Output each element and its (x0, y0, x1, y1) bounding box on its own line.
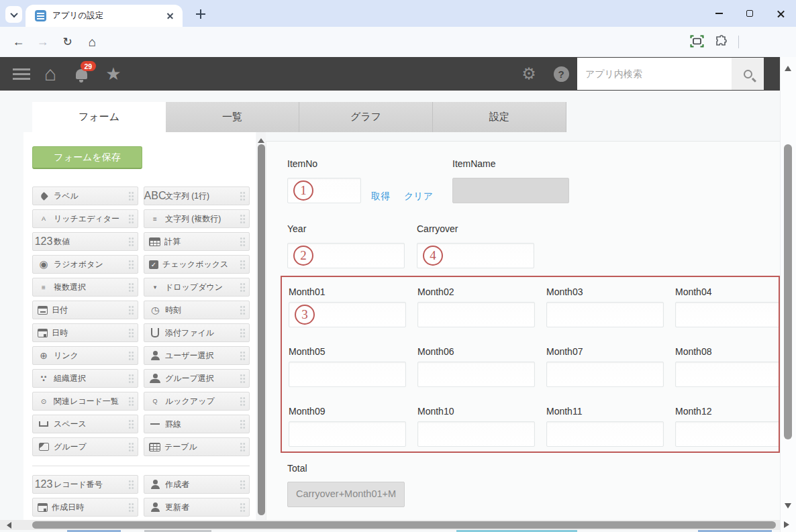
field-button-time[interactable]: 時刻 (144, 301, 250, 319)
field-button-group-select[interactable]: グループ選択 (144, 369, 250, 388)
field-button-created-datetime[interactable]: 作成日時 (32, 498, 138, 517)
drag-handle-icon[interactable] (128, 374, 134, 383)
hamburger-menu-button[interactable] (8, 57, 35, 91)
drag-handle-icon[interactable] (128, 442, 134, 451)
drag-handle-icon[interactable] (240, 396, 246, 406)
drag-handle-icon[interactable] (240, 237, 246, 246)
scroll-right-arrow-icon[interactable] (784, 521, 793, 528)
field-button-text-multi[interactable]: 文字列 (複数行) (144, 209, 250, 228)
settings-gear-button[interactable] (518, 57, 540, 91)
field-button-org-select[interactable]: 組織選択 (32, 369, 138, 388)
field-button-table[interactable]: テーブル (144, 437, 250, 456)
field-button-number[interactable]: 数値 (32, 232, 138, 251)
month-field-input[interactable] (289, 421, 406, 447)
new-tab-button[interactable] (193, 7, 208, 21)
field-button-space[interactable]: スペース (32, 415, 138, 433)
favorites-star-button[interactable] (102, 57, 125, 91)
field-button-user-select[interactable]: ユーザー選択 (144, 346, 250, 365)
drag-handle-icon[interactable] (128, 351, 134, 360)
drag-handle-icon[interactable] (240, 305, 246, 315)
field-button-group[interactable]: グループ (32, 437, 138, 456)
month-field-input[interactable]: 3 (289, 302, 406, 327)
total-field-input[interactable]: Carryover+Month01+M (287, 482, 405, 507)
scroll-up-arrow-icon[interactable] (258, 135, 264, 143)
carryover-field-input[interactable]: 4 (417, 243, 534, 268)
drag-handle-icon[interactable] (128, 305, 134, 315)
field-button-updater[interactable]: 更新者 (144, 498, 250, 517)
drag-handle-icon[interactable] (128, 480, 134, 489)
drag-handle-icon[interactable] (128, 419, 134, 429)
drag-handle-icon[interactable] (240, 328, 246, 337)
year-field-input[interactable]: 2 (287, 243, 405, 268)
notifications-button[interactable]: 29 (70, 57, 93, 91)
tab-search-button[interactable] (5, 6, 22, 23)
window-close-button[interactable] (765, 0, 796, 27)
back-button[interactable] (9, 33, 28, 51)
clear-link[interactable]: クリア (404, 191, 433, 203)
window-minimize-button[interactable] (703, 0, 734, 27)
field-button-date[interactable]: 日付 (32, 301, 138, 319)
month-field-input[interactable] (546, 362, 664, 387)
drag-handle-icon[interactable] (128, 328, 134, 337)
get-link[interactable]: 取得 (371, 191, 390, 203)
portal-home-button[interactable] (39, 57, 62, 91)
month-field-input[interactable] (417, 421, 535, 447)
drag-handle-icon[interactable] (240, 480, 246, 489)
field-button-attachment[interactable]: 添付ファイル (144, 323, 250, 342)
drag-handle-icon[interactable] (240, 260, 246, 269)
tab-close-icon[interactable] (164, 10, 176, 21)
month-field-input[interactable] (417, 302, 535, 327)
month-field-input[interactable] (289, 362, 406, 387)
itemname-field-input[interactable] (452, 178, 569, 203)
field-button-datetime[interactable]: 日時 (32, 323, 138, 342)
tab-form[interactable]: フォーム (32, 102, 166, 132)
drag-handle-icon[interactable] (240, 419, 246, 429)
page-scroll-up-icon[interactable] (785, 62, 791, 71)
in-app-search-input[interactable] (577, 58, 732, 90)
page-scroll-down-icon[interactable] (785, 503, 791, 512)
month-field-input[interactable] (675, 362, 780, 387)
drag-handle-icon[interactable] (128, 260, 134, 269)
field-button-checkbox[interactable]: チェックボックス (144, 255, 250, 274)
window-maximize-button[interactable] (734, 0, 765, 27)
drag-handle-icon[interactable] (240, 502, 246, 512)
field-button-link[interactable]: リンク (32, 346, 138, 365)
drag-handle-icon[interactable] (240, 442, 246, 451)
drag-handle-icon[interactable] (240, 374, 246, 383)
drag-handle-icon[interactable] (240, 214, 246, 223)
drag-handle-icon[interactable] (240, 351, 246, 360)
field-button-related-records[interactable]: 関連レコード一覧 (32, 392, 138, 411)
tab-graph[interactable]: グラフ (299, 102, 433, 132)
home-button[interactable] (83, 33, 101, 51)
horizontal-scrollbar-thumb[interactable] (32, 521, 776, 529)
field-button-radio[interactable]: ラジオボタン (32, 255, 138, 274)
screen-capture-icon[interactable] (690, 35, 704, 48)
field-button-hr[interactable]: 罫線 (144, 415, 250, 433)
field-button-lookup[interactable]: ルックアップ (144, 392, 250, 411)
drag-handle-icon[interactable] (240, 282, 246, 292)
field-button-tag[interactable]: ラベル (32, 187, 138, 205)
month-field-input[interactable] (546, 421, 664, 447)
month-field-input[interactable] (675, 302, 780, 327)
drag-handle-icon[interactable] (128, 282, 134, 292)
month-field-input[interactable] (417, 362, 535, 387)
field-button-calc[interactable]: 計算 (144, 232, 250, 251)
drag-handle-icon[interactable] (128, 214, 134, 223)
forward-button[interactable] (34, 33, 52, 51)
drag-handle-icon[interactable] (240, 191, 246, 201)
tab-settings[interactable]: 設定 (433, 102, 566, 132)
scroll-left-arrow-icon[interactable] (3, 522, 11, 529)
save-form-button[interactable]: フォームを保存 (32, 146, 142, 169)
tab-list[interactable]: 一覧 (166, 102, 299, 132)
reload-button[interactable] (58, 33, 77, 51)
field-button-creator[interactable]: 作成者 (144, 475, 250, 494)
month-field-input[interactable] (675, 421, 780, 447)
drag-handle-icon[interactable] (128, 502, 134, 512)
month-field-input[interactable] (546, 302, 664, 327)
drag-handle-icon[interactable] (128, 237, 134, 246)
field-button-dropdown[interactable]: ドロップダウン (144, 278, 250, 297)
browser-tab[interactable]: アプリの設定 (26, 5, 183, 27)
page-scrollbar-thumb[interactable] (784, 144, 792, 439)
field-button-multi-select[interactable]: 複数選択 (32, 278, 138, 297)
field-button-rich-editor[interactable]: リッチエディター (32, 209, 138, 228)
